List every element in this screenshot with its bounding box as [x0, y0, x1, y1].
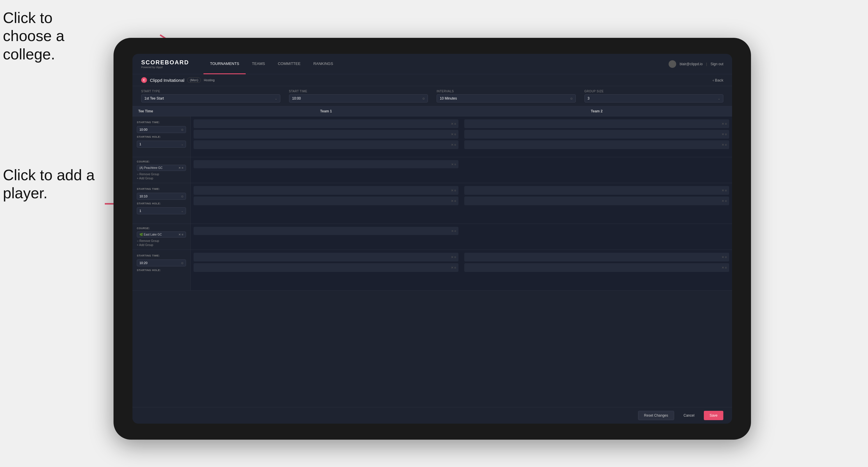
course-team2-cell-1 [461, 157, 732, 183]
col-team2: Team 2 [461, 106, 732, 116]
player-slot-icons: ✕ ≡ [451, 132, 456, 136]
table-row: STARTING TIME: 10:20 ⊙ STARTING HOLE: ✕ … [132, 250, 732, 290]
player-slot[interactable]: ✕ ≡ [464, 140, 729, 149]
sub-header: C Clippd Invitational (Men) Hosting Back [132, 74, 732, 86]
app-header: SCOREBOARD Powered by clippd TOURNAMENTS… [132, 54, 732, 74]
remove-group-btn-1[interactable]: ○ Remove Group [137, 173, 186, 176]
player-slot[interactable]: ✕ ≡ [464, 253, 729, 261]
start-type-label: Start Type [141, 90, 280, 93]
player-slot[interactable]: ✕ ≡ [464, 196, 729, 205]
player-slot[interactable]: ✕ ≡ [193, 196, 459, 205]
course-slot-icons: ✕ ≡ [451, 163, 456, 166]
group-size-group: Group Size 3 ⌄ [585, 90, 724, 102]
player-slot[interactable]: ✕ ≡ [464, 263, 729, 272]
nav-tab-rankings[interactable]: RANKINGS [307, 54, 339, 74]
player-slot[interactable]: ✕ ≡ [193, 186, 459, 195]
starting-hole-label-2: STARTING HOLE: [137, 202, 186, 205]
table-header: Tee Time Team 1 Team 2 [132, 106, 732, 117]
scoreboard-title: SCOREBOARD [141, 59, 189, 66]
course-player-slot[interactable]: ✕ ≡ [193, 227, 459, 235]
group-size-value: 3 [588, 96, 590, 100]
team1-cell-2: ✕ ≡ ✕ ≡ [191, 183, 461, 224]
starting-time-value-2: 10:10 [140, 194, 148, 198]
start-time-group: Start Time 10:00 ⊙ [289, 90, 428, 102]
cancel-button[interactable]: Cancel [678, 411, 700, 420]
start-type-value: 1st Tee Start [144, 96, 164, 100]
player-slot-icons: ✕ ≡ [451, 255, 456, 259]
player-slot-icons: ✕ ≡ [451, 143, 456, 147]
start-time-input[interactable]: 10:00 ⊙ [289, 94, 428, 102]
course-slot-icons-2: ✕ ≡ [451, 229, 456, 232]
starting-time-label-3: STARTING TIME: [137, 254, 186, 257]
player-slot[interactable]: ✕ ≡ [464, 130, 729, 138]
intervals-input[interactable]: 10 Minutes ⊙ [437, 94, 576, 102]
intervals-group: Intervals 10 Minutes ⊙ [437, 90, 576, 102]
player-slot-icons: ✕ ≡ [451, 266, 456, 270]
course-tag-1[interactable]: (A) Peachtree GC ✕ ≡ [137, 165, 186, 171]
add-group-btn-2[interactable]: + Add Group [137, 243, 186, 247]
start-time-clock-icon: ⊙ [422, 97, 425, 100]
group-size-arrows: ⌄ [718, 97, 720, 100]
remove-group-btn-2[interactable]: ○ Remove Group [137, 239, 186, 243]
starting-time-input-2[interactable]: 10:10 ⊙ [137, 193, 186, 200]
starting-hole-input-2[interactable]: 1 ⌄ [137, 207, 186, 214]
player-slot-icons: ✕ ≡ [451, 199, 456, 203]
player-slot[interactable]: ✕ ≡ [464, 186, 729, 195]
user-avatar [669, 60, 676, 68]
nav-tabs: TOURNAMENTS TEAMS COMMITTEE RANKINGS [204, 54, 339, 74]
starting-hole-label-1: STARTING HOLE: [137, 135, 186, 138]
table-row: STARTING TIME: 10:10 ⊙ STARTING HOLE: 1 … [132, 183, 732, 224]
start-time-label: Start Time [289, 90, 428, 93]
reset-changes-button[interactable]: Reset Changes [638, 411, 675, 420]
table-row: STARTING TIME: 10:00 ⊙ STARTING HOLE: 1 … [132, 117, 732, 157]
course-name-1: (A) Peachtree GC [140, 166, 162, 169]
player-slot[interactable]: ✕ ≡ [193, 253, 459, 261]
player-slot-icons: ✕ ≡ [721, 143, 727, 147]
course-tag-2[interactable]: 🌿 East Lake GC ✕ ≡ [137, 231, 186, 238]
player-slot-icons: ✕ ≡ [721, 132, 727, 136]
course-left-2: COURSE: 🌿 East Lake GC ✕ ≡ ○ Remove Grou… [132, 224, 191, 250]
player-slot[interactable]: ✕ ≡ [193, 130, 459, 138]
team1-cell-3: ✕ ≡ ✕ ≡ [191, 250, 461, 290]
player-slot[interactable]: ✕ ≡ [193, 119, 459, 128]
player-slot-icons: ✕ ≡ [721, 199, 727, 203]
starting-time-value-1: 10:00 [140, 128, 148, 131]
course-tag-icons-2: ✕ ≡ [179, 233, 183, 236]
starting-time-input-1[interactable]: 10:00 ⊙ [137, 126, 186, 133]
settings-row: Start Type 1st Tee Start ⌄ Start Time 10… [132, 86, 732, 106]
nav-tab-tournaments[interactable]: TOURNAMENTS [204, 54, 245, 74]
time-icon-2: ⊙ [181, 195, 183, 198]
tablet-frame: SCOREBOARD Powered by clippd TOURNAMENTS… [114, 38, 751, 440]
nav-tab-committee[interactable]: COMMITTEE [271, 54, 307, 74]
scoreboard-subtitle: Powered by clippd [141, 66, 189, 69]
course-player-slot[interactable]: ✕ ≡ [193, 160, 459, 168]
course-team2-cell-2 [461, 224, 732, 250]
sign-out-link[interactable]: Sign out [711, 62, 723, 66]
add-group-btn-1[interactable]: + Add Group [137, 177, 186, 180]
intervals-label: Intervals [437, 90, 576, 93]
nav-tab-teams[interactable]: TEAMS [246, 54, 272, 74]
tee-left-3: STARTING TIME: 10:20 ⊙ STARTING HOLE: [132, 250, 191, 290]
starting-time-input-3[interactable]: 10:20 ⊙ [137, 259, 186, 267]
player-slot-icons: ✕ ≡ [721, 266, 727, 270]
starting-time-label-1: STARTING TIME: [137, 121, 186, 124]
group-size-label: Group Size [585, 90, 724, 93]
start-type-arrows: ⌄ [275, 97, 277, 100]
player-slot[interactable]: ✕ ≡ [193, 140, 459, 149]
course-label-2: COURSE: [137, 227, 186, 230]
clippd-logo: C [141, 77, 147, 83]
player-slot[interactable]: ✕ ≡ [193, 263, 459, 272]
start-type-input[interactable]: 1st Tee Start ⌄ [141, 94, 280, 102]
col-tee-time: Tee Time [132, 106, 191, 116]
hosting-badge: Hosting [204, 78, 215, 82]
save-button[interactable]: Save [704, 411, 723, 420]
group-size-input[interactable]: 3 ⌄ [585, 94, 724, 102]
annotation-player: Click to add a player. [3, 166, 96, 203]
starting-hole-input-1[interactable]: 1 ⌄ [137, 141, 186, 148]
player-slot-icons: ✕ ≡ [721, 255, 727, 259]
tablet-screen: SCOREBOARD Powered by clippd TOURNAMENTS… [132, 54, 732, 424]
back-button[interactable]: Back [713, 78, 723, 83]
annotation-college: Click to choose a college. [3, 9, 102, 63]
player-slot-icons: ✕ ≡ [721, 122, 727, 126]
player-slot[interactable]: ✕ ≡ [464, 119, 729, 128]
